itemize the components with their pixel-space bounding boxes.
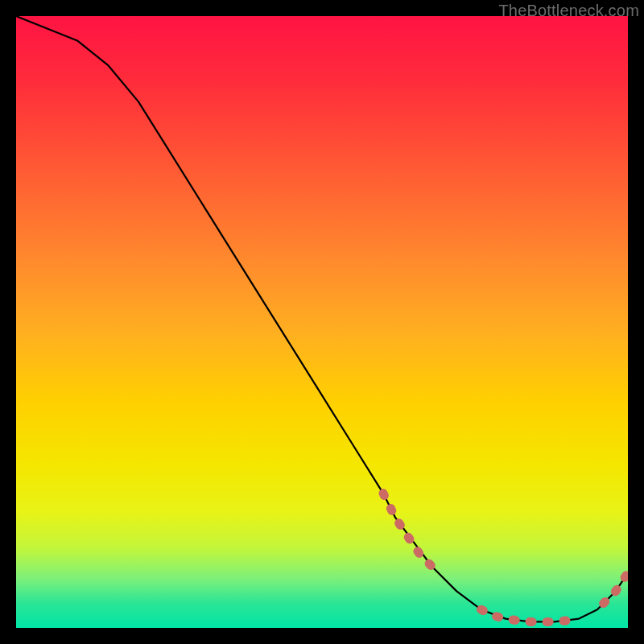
bottleneck-dots-rise <box>604 573 628 604</box>
chart-stage: TheBottleneck.com <box>0 0 644 644</box>
bottleneck-dots-valley <box>481 609 580 621</box>
bottleneck-curve-line <box>16 16 628 621</box>
plot-area <box>16 16 628 628</box>
chart-overlay-svg <box>16 16 628 628</box>
